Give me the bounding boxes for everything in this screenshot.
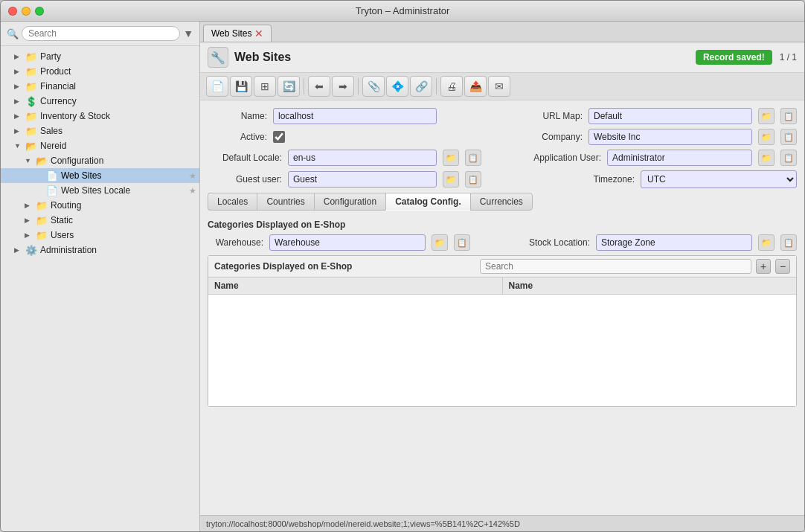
app-window: Tryton – Administrator 🔍 ▼ ▶ 📁 Party ▶ — [0, 0, 805, 532]
pin-icon: ★ — [189, 186, 196, 196]
guest-user-input[interactable] — [288, 171, 437, 188]
expand-button[interactable]: ⊞ — [254, 76, 276, 97]
app-user-browse-button[interactable]: 📁 — [758, 150, 774, 166]
sidebar-item-nereid[interactable]: ▼ 📂 Nereid — [1, 138, 199, 153]
company-input[interactable] — [588, 129, 752, 145]
table-body — [208, 295, 796, 406]
sidebar-item-web-sites[interactable]: ▶ 📄 Web Sites ★ — [1, 168, 199, 183]
export-button[interactable]: 📤 — [464, 76, 487, 97]
sidebar-item-label: Configuration — [51, 156, 103, 166]
sidebar-collapse-button[interactable]: ▼ — [183, 28, 193, 39]
sidebar-search-input[interactable] — [22, 26, 180, 41]
sidebar-item-product[interactable]: ▶ 📁 Product — [1, 64, 199, 79]
folder-icon: 📁 — [35, 199, 48, 211]
url-map-new-button[interactable]: 📋 — [780, 108, 797, 124]
url-map-label: URL Map: — [530, 111, 583, 121]
locale-browse-button[interactable]: 📁 — [443, 150, 459, 166]
sidebar-item-label: Nereid — [40, 141, 66, 151]
sidebar-item-routing[interactable]: ▶ 📁 Routing — [1, 198, 199, 213]
guest-browse-button[interactable]: 📁 — [443, 171, 459, 188]
maximize-button[interactable] — [35, 7, 44, 16]
save-button[interactable]: 💾 — [230, 76, 252, 97]
app-user-input[interactable] — [607, 150, 752, 166]
company-new-button[interactable]: 📋 — [780, 129, 797, 145]
tree-arrow: ▶ — [14, 68, 25, 75]
stock-location-input[interactable] — [596, 234, 752, 251]
sidebar-item-web-sites-locale[interactable]: ▶ 📄 Web Sites Locale ★ — [1, 183, 199, 198]
form-row-guest: Guest user: 📁 📋 Timezone: UTC — [208, 170, 797, 188]
relate-button[interactable]: 🔗 — [410, 76, 432, 97]
print-button[interactable]: 🖨 — [440, 76, 463, 97]
close-button[interactable] — [8, 7, 17, 16]
sidebar-item-label: Web Sites Locale — [61, 185, 130, 196]
sidebar-item-label: Administration — [40, 245, 97, 255]
categories-search-input[interactable] — [480, 259, 751, 274]
name-input[interactable] — [273, 108, 437, 124]
url-map-input[interactable] — [588, 108, 752, 124]
categories-header: Categories Displayed on E-Shop + − — [208, 256, 796, 278]
tab-locales[interactable]: Locales — [208, 193, 257, 211]
sidebar-item-sales[interactable]: ▶ 📁 Sales — [1, 124, 199, 138]
company-browse-button[interactable]: 📁 — [758, 129, 774, 145]
locale-new-button[interactable]: 📋 — [465, 150, 481, 166]
sidebar-item-currency[interactable]: ▶ 💲 Currency — [1, 94, 199, 109]
action-button[interactable]: 💠 — [386, 76, 408, 97]
timezone-select[interactable]: UTC — [641, 170, 797, 188]
guest-new-button[interactable]: 📋 — [465, 171, 481, 188]
tab-configuration[interactable]: Configuration — [314, 193, 385, 211]
warehouse-input[interactable] — [269, 234, 426, 251]
sidebar-item-label: Currency — [40, 96, 77, 106]
new-button[interactable]: 📄 — [206, 76, 228, 97]
form-row-warehouse: Warehouse: 📁 📋 Stock Location: 📁 📋 — [208, 234, 797, 251]
sidebar-item-label: Static — [51, 215, 73, 225]
sidebar-item-static[interactable]: ▶ 📁 Static — [1, 213, 199, 228]
stock-location-label: Stock Location: — [519, 237, 590, 248]
remove-category-button[interactable]: − — [775, 259, 790, 274]
folder-icon: 📁 — [25, 65, 38, 77]
tab-close-icon[interactable]: ✕ — [254, 28, 263, 39]
sidebar-item-administration[interactable]: ▶ ⚙️ Administration — [1, 243, 199, 257]
folder-icon: 📁 — [35, 214, 48, 226]
warehouse-browse-button[interactable]: 📁 — [432, 234, 448, 251]
sidebar-item-configuration[interactable]: ▼ 📂 Configuration — [1, 153, 199, 168]
sidebar-item-inventory[interactable]: ▶ 📁 Inventory & Stock — [1, 109, 199, 124]
prev-button[interactable]: ⬅ — [308, 76, 330, 97]
next-button[interactable]: ➡ — [332, 76, 354, 97]
guest-user-label: Guest user: — [208, 174, 282, 185]
active-checkbox[interactable] — [273, 131, 285, 143]
sidebar-item-party[interactable]: ▶ 📁 Party — [1, 49, 199, 64]
email-button[interactable]: ✉ — [488, 76, 510, 97]
tab-catalog-config[interactable]: Catalog Config. — [385, 193, 470, 211]
gear-icon: ⚙️ — [25, 244, 38, 256]
warehouse-label: Warehouse: — [208, 237, 263, 248]
tree-arrow: ▶ — [14, 112, 25, 120]
default-locale-label: Default Locale: — [208, 153, 282, 163]
sidebar-item-financial[interactable]: ▶ 📁 Financial — [1, 79, 199, 94]
reload-button[interactable]: 🔄 — [278, 76, 300, 97]
sidebar-item-label: Users — [51, 230, 74, 240]
sidebar-item-users[interactable]: ▶ 📁 Users — [1, 228, 199, 243]
add-category-button[interactable]: + — [756, 259, 771, 274]
stock-location-browse-button[interactable]: 📁 — [758, 234, 774, 251]
tree-arrow: ▶ — [14, 83, 25, 90]
sidebar-item-label: Product — [40, 66, 71, 77]
warehouse-new-button[interactable]: 📋 — [454, 234, 470, 251]
inner-tabs: Locales Countries Configuration Catalog … — [208, 193, 797, 211]
tree-arrow: ▶ — [14, 246, 25, 254]
toolbar: 📄 💾 ⊞ 🔄 ⬅ ➡ 📎 💠 🔗 🖨 📤 ✉ — [200, 73, 804, 100]
stock-location-new-button[interactable]: 📋 — [780, 234, 797, 251]
active-label: Active: — [208, 132, 267, 142]
attach-button[interactable]: 📎 — [362, 76, 385, 97]
search-icon: 🔍 — [7, 28, 19, 39]
folder-icon: 📁 — [25, 51, 38, 63]
default-locale-input[interactable] — [288, 150, 437, 166]
doc-tab-label: Web Sites — [211, 28, 251, 39]
url-map-browse-button[interactable]: 📁 — [758, 108, 774, 124]
app-user-new-button[interactable]: 📋 — [780, 150, 797, 166]
pin-icon: ★ — [189, 171, 196, 181]
minimize-button[interactable] — [22, 7, 31, 16]
tab-currencies[interactable]: Currencies — [470, 193, 533, 211]
tree-arrow: ▶ — [25, 217, 35, 224]
tab-countries[interactable]: Countries — [257, 193, 313, 211]
doc-tab-web-sites[interactable]: Web Sites ✕ — [203, 25, 272, 42]
